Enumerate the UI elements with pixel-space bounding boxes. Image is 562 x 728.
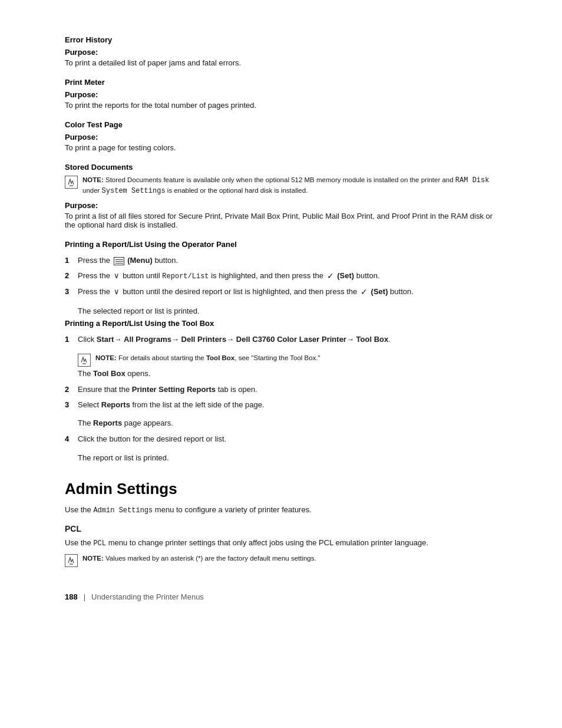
step-1-number: 1 <box>65 255 78 266</box>
step-2-content: Press the ∨ button until Report/List is … <box>78 270 497 282</box>
pcl-note-box: NOTE: Values marked by an asterisk (*) a… <box>65 554 497 567</box>
tool-box-step-3-content: Select Reports from the list at the left… <box>78 399 497 411</box>
stored-documents-heading: Stored Documents <box>65 163 497 172</box>
pcl-note-text: NOTE: Values marked by an asterisk (*) a… <box>82 554 316 564</box>
footer: 188 | Understanding the Printer Menus <box>65 592 497 601</box>
tool-box-step-1-number: 1 <box>65 334 78 345</box>
tool-box-step-1: 1 Click Start→ All Programs→ Dell Printe… <box>65 334 497 345</box>
color-test-purpose-label: Purpose: <box>65 133 497 141</box>
admin-settings-heading: Admin Settings <box>65 480 497 498</box>
down-arrow-icon-1: ∨ <box>114 270 120 282</box>
error-history-purpose-label: Purpose: <box>65 48 497 57</box>
tool-box-step-1-result: The Tool Box opens. <box>78 369 497 378</box>
pcl-intro: Use the PCL menu to change printer setti… <box>65 537 497 549</box>
color-test-heading: Color Test Page <box>65 120 497 129</box>
tool-box-step-4-number: 4 <box>65 433 78 445</box>
tool-box-heading: Printing a Report/List Using the Tool Bo… <box>65 319 497 328</box>
error-history-purpose-text: To print a detailed list of paper jams a… <box>65 58 497 67</box>
operator-panel-step-3: 3 Press the ∨ button until the desired r… <box>65 286 497 298</box>
tool-box-step-2-content: Ensure that the Printer Setting Reports … <box>78 384 497 396</box>
down-arrow-icon-2: ∨ <box>114 286 120 298</box>
footer-text: Understanding the Printer Menus <box>91 592 204 601</box>
footer-page-number: 188 <box>65 592 78 601</box>
print-meter-heading: Print Meter <box>65 78 497 87</box>
stored-documents-purpose-text: To print a list of all files stored for … <box>65 212 497 229</box>
error-history-heading: Error History <box>65 35 497 44</box>
admin-settings-intro: Use the Admin Settings menu to configure… <box>65 504 497 516</box>
tool-box-steps-2: 2 Ensure that the Printer Setting Report… <box>65 384 497 410</box>
operator-panel-section: Printing a Report/List Using the Operato… <box>65 240 497 315</box>
tool-box-step-4-content: Click the button for the desired report … <box>78 433 497 445</box>
print-meter-purpose-label: Purpose: <box>65 90 497 99</box>
operator-panel-steps: 1 Press the (Menu) button. 2 Press the ∨… <box>65 255 497 298</box>
page: Error History Purpose: To print a detail… <box>0 0 562 619</box>
print-meter-section: Print Meter Purpose: To print the report… <box>65 78 497 110</box>
tool-box-step-4: 4 Click the button for the desired repor… <box>65 433 497 445</box>
pcl-section: PCL Use the PCL menu to change printer s… <box>65 524 497 567</box>
stored-documents-purpose-label: Purpose: <box>65 201 497 210</box>
error-history-section: Error History Purpose: To print a detail… <box>65 35 497 67</box>
color-test-section: Color Test Page Purpose: To print a page… <box>65 120 497 152</box>
pcl-heading: PCL <box>65 524 497 533</box>
footer-separator: | <box>84 592 85 601</box>
operator-panel-heading: Printing a Report/List Using the Operato… <box>65 240 497 249</box>
operator-panel-result: The selected report or list is printed. <box>78 307 497 315</box>
pcl-note-icon <box>65 554 78 567</box>
stored-documents-note-box: NOTE: Stored Documents feature is availa… <box>65 175 497 196</box>
step-1-content: Press the (Menu) button. <box>78 255 497 266</box>
tool-box-step-3-result: The Reports page appears. <box>78 419 497 427</box>
check-icon-1: ✓ <box>327 270 334 282</box>
tool-box-note-icon <box>78 354 91 367</box>
operator-panel-step-1: 1 Press the (Menu) button. <box>65 255 497 266</box>
step-3-number: 3 <box>65 286 78 298</box>
check-icon-2: ✓ <box>361 286 368 298</box>
tool-box-step-4-result: The report or list is printed. <box>78 453 497 462</box>
tool-box-steps: 1 Click Start→ All Programs→ Dell Printe… <box>65 334 497 345</box>
menu-icon <box>114 257 124 265</box>
tool-box-steps-3: 4 Click the button for the desired repor… <box>65 433 497 445</box>
tool-box-step-2-number: 2 <box>65 384 78 396</box>
stored-documents-section: Stored Documents NOTE: Stored Documents … <box>65 163 497 229</box>
tool-box-note-text: NOTE: For details about starting the Too… <box>95 353 320 363</box>
color-test-purpose-text: To print a page for testing colors. <box>65 143 497 152</box>
tool-box-section: Printing a Report/List Using the Tool Bo… <box>65 319 497 462</box>
tool-box-note-box: NOTE: For details about starting the Too… <box>78 353 497 367</box>
stored-documents-note-icon <box>65 176 78 189</box>
tool-box-step-1-content: Click Start→ All Programs→ Dell Printers… <box>78 334 497 345</box>
tool-box-step-2: 2 Ensure that the Printer Setting Report… <box>65 384 497 396</box>
step-2-number: 2 <box>65 270 78 282</box>
print-meter-purpose-text: To print the reports for the total numbe… <box>65 101 497 110</box>
stored-documents-note-text: NOTE: Stored Documents feature is availa… <box>82 175 497 196</box>
step-3-content: Press the ∨ button until the desired rep… <box>78 286 497 298</box>
tool-box-step-3: 3 Select Reports from the list at the le… <box>65 399 497 411</box>
tool-box-step-3-number: 3 <box>65 399 78 411</box>
operator-panel-step-2: 2 Press the ∨ button until Report/List i… <box>65 270 497 282</box>
